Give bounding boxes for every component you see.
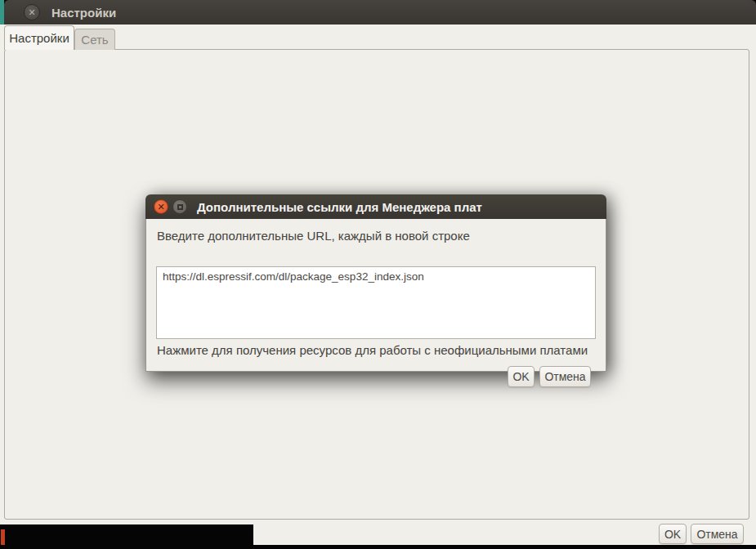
dialog-titlebar[interactable]: ✕ Дополнительные ссылки для Менеджера пл… — [145, 194, 606, 219]
settings-ok-button[interactable]: OK — [659, 524, 687, 544]
close-icon[interactable]: ✕ — [154, 199, 168, 214]
tab-network-label: Сеть — [81, 33, 108, 47]
unofficial-boards-link[interactable]: Нажмите для получения ресурсов для работ… — [157, 343, 588, 357]
dialog-cancel-button[interactable]: Отмена — [539, 366, 591, 387]
desktop-bottom-edge — [0, 545, 756, 549]
dialog-title: Дополнительные ссылки для Менеджера плат — [197, 200, 482, 214]
dialog-body: Введите дополнительные URL, каждый в нов… — [145, 219, 606, 372]
tab-network[interactable]: Сеть — [74, 29, 115, 50]
settings-cancel-button[interactable]: Отмена — [691, 524, 744, 544]
close-icon[interactable]: ✕ — [24, 4, 40, 20]
tab-settings-label: Настройки — [9, 31, 69, 45]
urls-prompt-label: Введите дополнительные URL, каждый в нов… — [157, 229, 470, 243]
additional-urls-dialog: ✕ Дополнительные ссылки для Менеджера пл… — [145, 194, 606, 372]
urls-textarea[interactable]: https://dl.espressif.com/dl/package_esp3… — [156, 266, 596, 339]
dialog-ok-button[interactable]: OK — [508, 366, 535, 387]
settings-window-titlebar[interactable]: ✕ Настройки — [4, 0, 756, 25]
restore-icon[interactable] — [172, 199, 187, 214]
window-title: Настройки — [51, 6, 116, 20]
tab-settings[interactable]: Настройки — [4, 25, 74, 50]
